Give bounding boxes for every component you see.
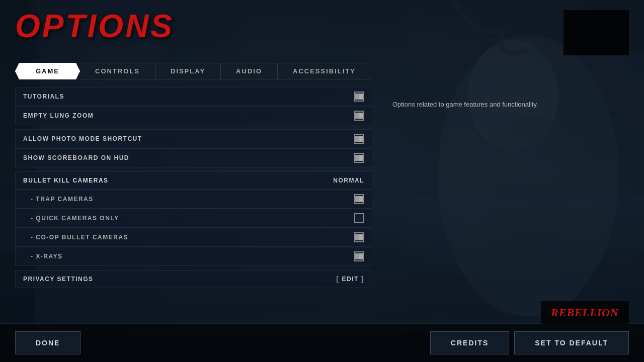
coop-bullet-cameras-row[interactable]: - CO-OP BULLET CAMERAS [15, 228, 372, 247]
bullet-kill-cameras-label: BULLET KILL CAMERAS [23, 177, 109, 184]
trap-cameras-checkbox[interactable] [354, 194, 364, 204]
show-scoreboard-row[interactable]: SHOW SCOREBOARD ON HUD [15, 148, 372, 167]
empty-lung-zoom-label: EMPTY LUNG ZOOM [23, 112, 94, 119]
trap-cameras-label: - TRAP CAMERAS [23, 196, 94, 203]
settings-group-1: TUTORIALS EMPTY LUNG ZOOM [15, 87, 372, 125]
privacy-settings-edit[interactable]: [ EDIT ] [336, 275, 364, 283]
bullet-kill-cameras-value: NORMAL [333, 177, 364, 184]
allow-photo-mode-row[interactable]: ALLOW PHOTO MODE SHORTCUT [15, 129, 372, 148]
tutorials-checkbox[interactable] [354, 92, 364, 102]
tab-audio[interactable]: AUDIO [221, 63, 278, 79]
tab-display[interactable]: DISPLAY [155, 63, 221, 79]
settings-panel: TUTORIALS EMPTY LUNG ZOOM ALLOW PHOTO MO… [15, 87, 372, 323]
xrays-label: - X-RAYS [23, 253, 63, 260]
xrays-checkbox[interactable] [354, 251, 364, 261]
rebellion-logo: REBELLION [551, 306, 619, 319]
bottom-bar: DONE CREDITS SET TO DEFAULT [0, 323, 644, 362]
logo-box [564, 10, 629, 55]
empty-lung-zoom-row[interactable]: EMPTY LUNG ZOOM [15, 106, 372, 125]
trap-cameras-row[interactable]: - TRAP CAMERAS [15, 190, 372, 209]
header: OPTIONS [0, 0, 644, 55]
settings-group-2: ALLOW PHOTO MODE SHORTCUT SHOW SCOREBOAR… [15, 129, 372, 167]
settings-group-3: BULLET KILL CAMERAS NORMAL - TRAP CAMERA… [15, 171, 372, 266]
credits-button[interactable]: CREDITS [430, 331, 509, 354]
rebellion-logo-container: REBELLION [541, 301, 629, 324]
show-scoreboard-label: SHOW SCOREBOARD ON HUD [23, 154, 129, 161]
quick-cameras-row[interactable]: - QUICK CAMERAS ONLY [15, 209, 372, 228]
coop-bullet-cameras-label: - CO-OP BULLET CAMERAS [23, 234, 128, 241]
main-content: TUTORIALS EMPTY LUNG ZOOM ALLOW PHOTO MO… [0, 87, 644, 323]
set-to-default-button[interactable]: SET TO DEFAULT [514, 331, 629, 354]
info-text: Options related to game features and fun… [392, 100, 619, 110]
nav-tabs: GAME CONTROLS DISPLAY AUDIO ACCESSIBILIT… [15, 63, 629, 79]
empty-lung-zoom-checkbox[interactable] [354, 111, 364, 121]
page-title: OPTIONS [15, 10, 174, 42]
tab-controls[interactable]: CONTROLS [80, 63, 155, 79]
coop-bullet-cameras-checkbox[interactable] [354, 232, 364, 242]
tab-game[interactable]: GAME [15, 63, 80, 79]
bottom-left-buttons: DONE [15, 331, 80, 354]
tutorials-label: TUTORIALS [23, 93, 64, 100]
privacy-settings-row[interactable]: PRIVACY SETTINGS [ EDIT ] [15, 270, 372, 288]
quick-cameras-checkbox[interactable] [354, 213, 364, 223]
tab-accessibility[interactable]: ACCESSIBILITY [278, 63, 371, 79]
info-panel: Options related to game features and fun… [382, 87, 629, 323]
allow-photo-mode-label: ALLOW PHOTO MODE SHORTCUT [23, 135, 142, 142]
bullet-kill-cameras-row[interactable]: BULLET KILL CAMERAS NORMAL [15, 171, 372, 190]
settings-group-4: PRIVACY SETTINGS [ EDIT ] [15, 270, 372, 288]
xrays-row[interactable]: - X-RAYS [15, 247, 372, 266]
done-button[interactable]: DONE [15, 331, 80, 354]
privacy-edit-value: EDIT [342, 276, 358, 283]
privacy-settings-label: PRIVACY SETTINGS [23, 276, 94, 283]
bottom-right-buttons: CREDITS SET TO DEFAULT [430, 331, 629, 354]
quick-cameras-label: - QUICK CAMERAS ONLY [23, 215, 119, 222]
show-scoreboard-checkbox[interactable] [354, 153, 364, 163]
tutorials-row[interactable]: TUTORIALS [15, 87, 372, 106]
allow-photo-mode-checkbox[interactable] [354, 134, 364, 144]
